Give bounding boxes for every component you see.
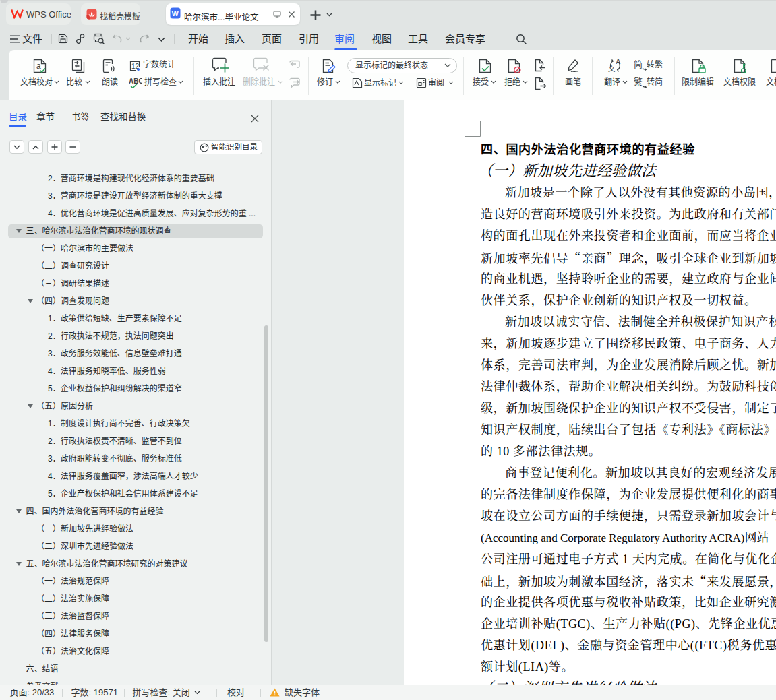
svg-text:ABC: ABC [129, 77, 142, 85]
svg-text:A: A [616, 58, 621, 65]
svg-text:繁: 繁 [634, 77, 643, 87]
svg-text:a: a [36, 61, 41, 71]
svg-text:简: 简 [634, 59, 643, 69]
svg-text:文: 文 [608, 65, 616, 73]
svg-text:W: W [171, 9, 179, 18]
